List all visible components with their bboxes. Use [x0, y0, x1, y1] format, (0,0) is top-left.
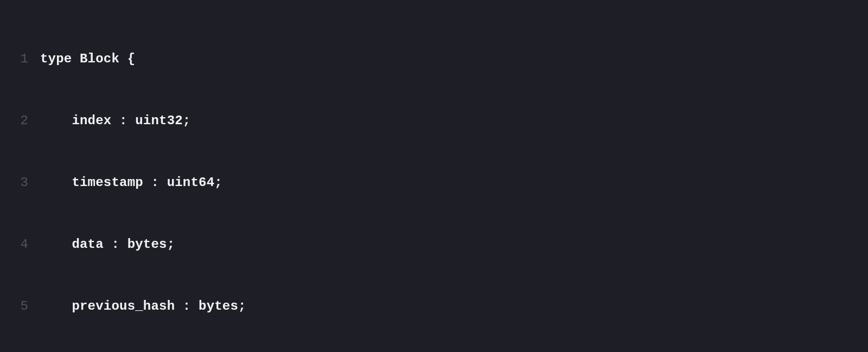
code-line: 1 type Block {: [0, 49, 868, 69]
code-text: previous_hash : bytes;: [40, 296, 868, 317]
code-text: index : uint32;: [40, 111, 868, 131]
code-editor: 1 type Block { 2 index : uint32; 3 times…: [0, 0, 868, 352]
code-text: data : bytes;: [40, 234, 868, 255]
code-line: 3 timestamp : uint64;: [0, 172, 868, 193]
line-number: 5: [0, 296, 40, 317]
code-text: type Block {: [40, 49, 868, 69]
code-line: 5 previous_hash : bytes;: [0, 296, 868, 317]
code-line: 2 index : uint32;: [0, 111, 868, 131]
line-number: 3: [0, 172, 40, 193]
line-number: 4: [0, 234, 40, 255]
code-line: 4 data : bytes;: [0, 234, 868, 255]
code-text: timestamp : uint64;: [40, 172, 868, 193]
line-number: 1: [0, 49, 40, 69]
line-number: 2: [0, 111, 40, 131]
